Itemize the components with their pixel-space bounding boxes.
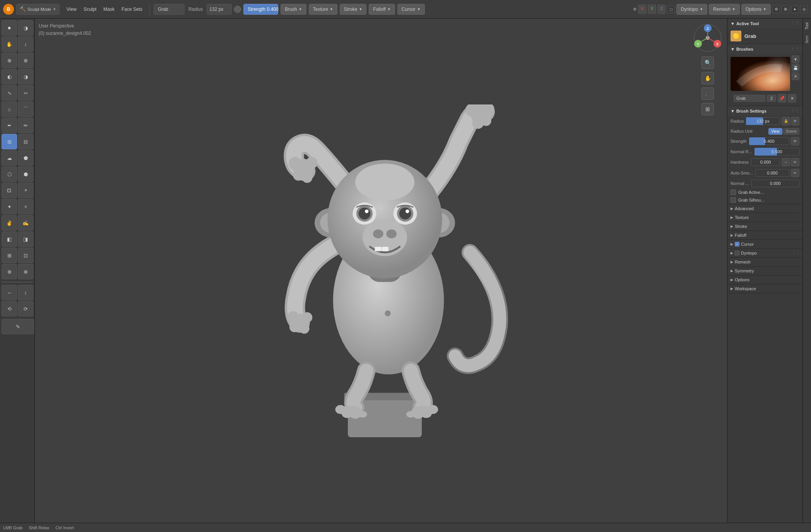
remesh-section[interactable]: ▶ Remesh xyxy=(727,258,802,267)
brush-settings-options-icon[interactable]: ⋮⋮ xyxy=(791,108,799,113)
inflate-tool[interactable]: ⊕ xyxy=(2,53,17,68)
workspace-section[interactable]: ▶ Workspace xyxy=(727,284,802,293)
radius-value-bar[interactable]: 132 px xyxy=(746,117,780,125)
remesh-btn[interactable]: Remesh ▼ xyxy=(709,4,740,15)
cursor-dropdown[interactable]: Cursor ▼ xyxy=(397,4,425,15)
draw-face-sets-tool[interactable]: ✌ xyxy=(2,215,17,231)
menu-mask[interactable]: Mask xyxy=(100,5,118,14)
move-tool[interactable]: ↕ xyxy=(18,285,33,300)
nudge-tool[interactable]: ⬡ xyxy=(2,166,17,182)
mask-tool[interactable]: ✧ xyxy=(18,199,33,214)
draw-tool[interactable]: ● xyxy=(2,20,17,36)
cursor-checkbox[interactable]: ✓ xyxy=(735,242,739,246)
brushes-options-icon[interactable]: ⋮⋮ xyxy=(791,46,799,51)
settings-icon[interactable]: ⚙ xyxy=(772,5,780,13)
auto-smooth-edit-btn[interactable]: ✏ xyxy=(791,169,799,177)
scale-tool[interactable]: ⟳ xyxy=(18,301,33,316)
proportional-icon[interactable]: ⊕ xyxy=(633,7,636,12)
blob-tool[interactable]: ⊗ xyxy=(18,53,33,68)
menu-sculpt[interactable]: Sculpt xyxy=(80,5,99,14)
transform-tool[interactable]: ↔ xyxy=(2,285,17,300)
multiplane-tool[interactable]: ⌒ xyxy=(18,101,33,117)
box-mask-tool[interactable]: ◨ xyxy=(18,231,33,247)
brush-pin-btn[interactable]: 📌 xyxy=(778,94,786,103)
dyntopo-section[interactable]: ▶ Dyntopo ⋮⋮ xyxy=(727,249,802,258)
brush-save-btn[interactable]: 💾 xyxy=(792,64,799,72)
brush-expand-btn[interactable]: ▼ xyxy=(792,55,799,63)
snake-hook-tool[interactable]: ⊟ xyxy=(18,134,33,149)
grab-silhouette-checkbox[interactable] xyxy=(731,197,736,203)
clay-tool[interactable]: ✋ xyxy=(2,36,17,52)
tool-name-input[interactable] xyxy=(154,4,185,15)
zoom-in-btn[interactable]: 🔍 xyxy=(701,56,714,69)
strength-pressure-btn[interactable]: ⟳ xyxy=(791,137,799,145)
panel-options-icon[interactable]: ⋮⋮ xyxy=(791,21,799,26)
smooth-tool[interactable]: ◑ xyxy=(18,69,33,84)
falloff-dropdown[interactable]: Falloff ▼ xyxy=(369,4,395,15)
overlay-icon[interactable]: ◎ xyxy=(800,5,808,13)
z-axis-btn[interactable]: Z xyxy=(658,5,666,14)
auto-smooth-bar[interactable]: 0.000 xyxy=(755,169,789,177)
line-mask-tool[interactable]: ⊡ xyxy=(18,248,33,263)
radius-input[interactable] xyxy=(207,4,232,15)
grid-btn[interactable]: ⊞ xyxy=(701,103,714,115)
draw-sharp-tool[interactable]: ◑ xyxy=(18,20,33,36)
viewport-toggle[interactable]: □ xyxy=(667,5,675,13)
box-hide-tool[interactable]: ⊕ xyxy=(2,264,17,279)
paint-tool[interactable]: ✍ xyxy=(18,215,33,231)
brush-name-badge[interactable]: Grab xyxy=(734,95,765,102)
box-face-tool[interactable]: ⊗ xyxy=(18,264,33,279)
stroke-dropdown[interactable]: Stroke ▼ xyxy=(340,4,367,15)
smear-tool[interactable]: ◧ xyxy=(2,231,17,247)
cursor-section[interactable]: ▶ ✓ Cursor xyxy=(727,240,802,249)
rotate-tool[interactable]: ⬢ xyxy=(18,166,33,182)
radius-lock-btn[interactable]: 🔓 xyxy=(782,117,790,125)
texture-section[interactable]: ▶ Texture xyxy=(727,213,802,222)
radius-scene-btn[interactable]: Scene xyxy=(783,128,799,135)
tab-item[interactable]: Item xyxy=(804,33,810,45)
crease-tool[interactable]: ◐ xyxy=(2,69,17,84)
pose-tool[interactable]: ⬟ xyxy=(18,150,33,166)
strength-button[interactable]: Strength 0.400 xyxy=(243,4,278,15)
normal-radius-bar[interactable]: 0.500 xyxy=(755,148,799,156)
menu-face-sets[interactable]: Face Sets xyxy=(118,5,145,14)
dyntopo-checkbox[interactable] xyxy=(735,251,739,255)
menu-view[interactable]: View xyxy=(63,5,80,14)
brush-number[interactable]: 2 xyxy=(767,95,776,102)
clay-strips-tool[interactable]: ↕ xyxy=(18,36,33,52)
brush-delete-btn[interactable]: ✕ xyxy=(792,72,799,80)
hardness-edit-btn[interactable]: ✏ xyxy=(791,158,799,166)
scrape-tool[interactable]: ⌂ xyxy=(2,101,17,117)
radius-pressure-btn[interactable]: ⟳ xyxy=(791,117,799,125)
x-axis-btn[interactable]: X xyxy=(638,5,646,14)
pinch-tool[interactable]: ✒ xyxy=(2,118,17,133)
rotate-obj-tool[interactable]: ⟲ xyxy=(2,301,17,316)
orientation-gizmo[interactable]: Z X Y xyxy=(692,22,723,53)
slide-relax-tool[interactable]: ⛋ xyxy=(2,183,17,198)
camera-btn[interactable]: 🎥 xyxy=(701,87,714,100)
brush-dropdown[interactable]: Brush ▼ xyxy=(281,4,306,15)
viewport[interactable]: User Perspective (0) suzanne_design4.002 xyxy=(35,19,727,523)
hardness-bar[interactable]: 0.000 xyxy=(751,158,780,166)
falloff-section[interactable]: ▶ Falloff xyxy=(727,231,802,240)
symmetry-section[interactable]: ▶ Symmetry xyxy=(727,267,802,275)
brushes-header[interactable]: ▼ Brushes ⋮⋮ xyxy=(727,44,802,54)
elastic-tool[interactable]: ✏ xyxy=(18,118,33,133)
y-axis-btn[interactable]: Y xyxy=(648,5,656,14)
lasso-mask-tool[interactable]: ⊞ xyxy=(2,248,17,263)
strength-value-bar[interactable]: 0.400 xyxy=(749,137,789,145)
app-logo[interactable]: B xyxy=(3,4,14,15)
flatten-tool[interactable]: ∿ xyxy=(2,85,17,101)
texture-dropdown[interactable]: Texture ▼ xyxy=(309,4,337,15)
annotate-tool[interactable]: ✎ xyxy=(2,319,34,334)
options-section[interactable]: ▶ Options xyxy=(727,275,802,284)
layout-icon[interactable]: ⊞ xyxy=(782,5,789,13)
mode-dropdown[interactable]: 🔨 Sculpt Mode ▼ xyxy=(16,4,60,15)
thumb-tool[interactable]: ☁ xyxy=(2,150,17,166)
fill-tool[interactable]: ∾ xyxy=(18,85,33,101)
stroke-section[interactable]: ▶ Stroke xyxy=(727,222,802,231)
render-icon[interactable]: ● xyxy=(791,5,799,13)
dyntopo-btn[interactable]: Dyntopo ▼ xyxy=(676,4,707,15)
advanced-section[interactable]: ▶ Advanced ⋮⋮ xyxy=(727,204,802,213)
grab-tool[interactable]: ⊞ xyxy=(2,134,17,149)
